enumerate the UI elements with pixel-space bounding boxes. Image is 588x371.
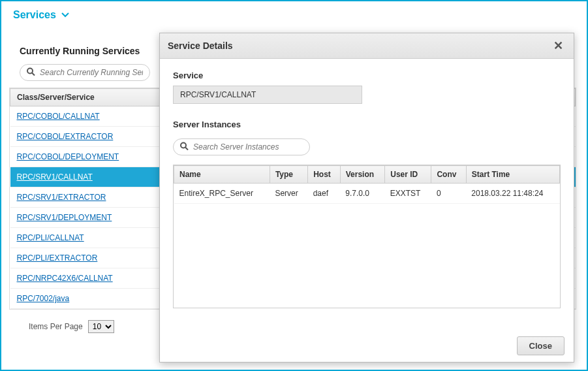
service-link[interactable]: RPC/SRV1/CALLNAT (17, 172, 93, 182)
svg-line-1 (32, 73, 35, 76)
column-header-host[interactable]: Host (308, 166, 341, 184)
caret-down-icon (61, 12, 69, 18)
cell-start: 2018.03.22 11:48:24 (466, 184, 559, 204)
service-link[interactable]: RPC/COBOL/DEPLOYMENT (17, 152, 119, 161)
service-link[interactable]: RPC/SRV1/EXTRACTOR (17, 193, 106, 202)
page-title-dropdown[interactable]: Services (13, 9, 69, 21)
service-field-value: RPC/SRV1/CALLNAT (173, 86, 362, 104)
dialog-title: Service Details (168, 40, 233, 51)
items-per-page-select[interactable]: 10 (88, 320, 114, 333)
cell-version: 9.7.0.0 (340, 184, 385, 204)
service-link[interactable]: RPC/PLI/EXTRACTOR (17, 253, 98, 263)
service-link[interactable]: RPC/NRPC42X6/CALLNAT (17, 274, 113, 283)
search-icon (26, 67, 35, 78)
column-header-userid[interactable]: User ID (385, 166, 431, 184)
cell-type: Server (270, 184, 307, 204)
close-button[interactable]: Close (517, 336, 565, 355)
search-instances-input[interactable] (173, 138, 310, 155)
cell-host: daef (308, 184, 341, 204)
svg-point-0 (27, 69, 33, 74)
service-link[interactable]: RPC/PLI/CALLNAT (17, 233, 84, 242)
cell-user: EXXTST (385, 184, 431, 204)
svg-point-2 (181, 143, 186, 148)
service-link[interactable]: RPC/7002/java (17, 294, 70, 303)
search-icon (179, 142, 189, 153)
server-instances-table: Name Type Host Version User ID Conv Star… (173, 165, 561, 308)
close-icon[interactable]: ✕ (551, 39, 566, 53)
service-link[interactable]: RPC/COBOL/CALLNAT (17, 112, 100, 121)
cell-conv: 0 (431, 184, 466, 204)
search-services-input[interactable] (20, 64, 150, 81)
page-title-text: Services (13, 9, 56, 21)
service-details-dialog: Service Details ✕ Service RPC/SRV1/CALLN… (159, 33, 574, 363)
table-row[interactable]: EntireX_RPC_ServerServerdaef9.7.0.0EXXTS… (174, 184, 560, 204)
column-header-starttime[interactable]: Start Time (466, 166, 559, 184)
service-field-label: Service (173, 71, 561, 80)
column-header-version[interactable]: Version (340, 166, 385, 184)
server-instances-heading: Server Instances (173, 120, 561, 129)
service-link[interactable]: RPC/SRV1/DEPLOYMENT (17, 213, 112, 222)
items-per-page-label: Items Per Page (29, 322, 83, 331)
column-header-type[interactable]: Type (270, 166, 307, 184)
cell-name: EntireX_RPC_Server (174, 184, 270, 204)
svg-line-3 (185, 148, 188, 150)
service-link[interactable]: RPC/COBOL/EXTRACTOR (17, 132, 114, 141)
column-header-name[interactable]: Name (174, 166, 270, 184)
column-header-conv[interactable]: Conv (431, 166, 466, 184)
